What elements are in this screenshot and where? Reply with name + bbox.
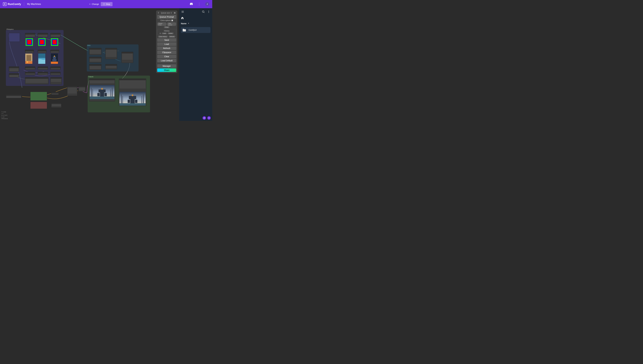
nav-my-machines[interactable]: My Machines <box>27 3 41 6</box>
extra-options-checkbox[interactable] <box>172 20 173 21</box>
change-button[interactable]: ＋ Change <box>89 3 99 6</box>
node-loose-c[interactable] <box>67 86 77 96</box>
svg-rect-27 <box>188 24 189 24</box>
extra-options-label: Extra options <box>160 20 171 22</box>
name-header[interactable]: Name <box>179 21 212 26</box>
drag-handle-icon[interactable]: ⠿ <box>158 12 159 14</box>
node-bng-a[interactable] <box>89 48 102 55</box>
node-ip-d2[interactable] <box>38 72 48 75</box>
share-button[interactable]: Share <box>157 68 176 72</box>
node-canvas[interactable]: IPAdapters BNG Outputs <box>0 8 179 121</box>
load-button[interactable]: Load <box>157 42 176 46</box>
user-avatar[interactable]: J <box>205 2 209 6</box>
node-indicator-1[interactable] <box>9 33 20 42</box>
svg-rect-2 <box>25 61 32 64</box>
svg-rect-7 <box>51 62 58 64</box>
node-prompt-positive[interactable] <box>30 92 47 100</box>
queue-prompt-button[interactable]: Queue Prompt <box>157 15 176 19</box>
node-ip-d1[interactable] <box>25 72 35 75</box>
clipspace-button[interactable]: Clipspace <box>157 50 176 54</box>
history-load-button[interactable]: Load <box>162 32 167 34</box>
node-bng-e[interactable] <box>105 64 117 70</box>
node-ip-a[interactable] <box>9 66 19 72</box>
output-image-2[interactable] <box>120 92 146 106</box>
node-ip-d3[interactable] <box>50 72 60 75</box>
fab-sync-button[interactable] <box>202 116 206 120</box>
svg-point-3 <box>26 61 28 63</box>
mask-square-3[interactable] <box>51 38 58 46</box>
mask-square-1[interactable] <box>26 38 33 46</box>
node-ip-wide-2[interactable] <box>50 77 62 84</box>
node-ip-b[interactable] <box>9 73 19 77</box>
save-button[interactable]: Save <box>157 38 176 42</box>
node-ip-c2[interactable] <box>38 66 48 70</box>
node-loose-b[interactable] <box>51 92 59 95</box>
mask-square-2[interactable] <box>38 38 46 46</box>
search-icon[interactable] <box>202 10 205 14</box>
node-bng-d[interactable] <box>105 48 117 59</box>
node-loadimg-2[interactable] <box>38 33 48 37</box>
node-prompt-negative[interactable] <box>30 102 47 109</box>
node-loose-a[interactable] <box>51 102 62 108</box>
stop-icon: ☐ <box>103 3 105 5</box>
svg-rect-19 <box>143 94 144 103</box>
group-bng-label: BNG <box>87 45 90 46</box>
node-loadimg-1[interactable] <box>25 33 35 37</box>
discord-icon[interactable] <box>190 2 193 6</box>
menu-icon[interactable] <box>181 10 184 14</box>
clear-button[interactable]: Clear <box>157 55 176 58</box>
thumb-robot[interactable] <box>51 54 58 64</box>
thumb-water[interactable] <box>38 54 45 64</box>
node-loose-d[interactable] <box>78 86 86 92</box>
node-bng-b[interactable] <box>89 57 102 63</box>
output-image-1[interactable] <box>90 85 114 99</box>
home-button[interactable] <box>179 15 212 21</box>
svg-rect-10 <box>91 88 92 96</box>
fab-close-button[interactable] <box>207 116 211 120</box>
manager-button[interactable]: Manager <box>157 64 176 68</box>
svg-point-14 <box>101 88 103 90</box>
node-ipimg-2-header[interactable] <box>38 50 46 53</box>
group-outputs-label: Outputs <box>88 76 94 78</box>
svg-rect-1 <box>26 55 31 61</box>
node-loadimg-3[interactable] <box>50 33 60 37</box>
more-icon[interactable] <box>207 10 210 14</box>
node-ip-wide-1[interactable] <box>25 77 48 84</box>
stop-button[interactable]: ☐ Stop <box>101 2 112 6</box>
file-browser-top <box>179 8 212 15</box>
refresh-button[interactable]: Refresh <box>157 46 176 50</box>
top-right: J <box>190 2 209 6</box>
node-ip-c3[interactable] <box>50 66 60 70</box>
top-center-controls: ＋ Change ☐ Stop <box>89 2 112 6</box>
refresh-history-button[interactable]: Refresh <box>168 36 176 38</box>
stop-label: Stop <box>106 3 110 5</box>
load-default-button[interactable]: Load Default <box>157 59 176 62</box>
close-panel-button[interactable]: Close <box>164 26 170 28</box>
node-ipimg-3-header[interactable] <box>50 50 59 53</box>
history-section: History 0: Load Delete <box>157 29 176 35</box>
thumb-building[interactable] <box>25 54 32 64</box>
queue-front-button[interactable]: Queue Front <box>157 22 166 26</box>
clear-history-button[interactable]: Clear History <box>158 36 168 38</box>
node-ip-c1[interactable] <box>25 66 35 70</box>
node-ipimg-1-header[interactable] <box>25 50 34 53</box>
node-loose-left[interactable] <box>6 94 22 98</box>
svg-rect-13 <box>110 90 111 96</box>
node-bng-f[interactable] <box>122 52 133 63</box>
canvas-stats: T: 0.00s I: 0 N: 17 [17] V: 37 FPS:56.82 <box>2 111 8 120</box>
history-index: 0: <box>160 32 161 34</box>
brand-logo[interactable]: R RunComfy <box>3 2 21 6</box>
svg-point-21 <box>132 94 134 96</box>
control-panel[interactable]: ⠿ Queue size: 0 Queue Prompt Extra optio… <box>156 10 177 73</box>
svg-point-23 <box>202 11 204 12</box>
group-ipadapters-label: IPAdapters <box>6 28 14 30</box>
history-delete-button[interactable]: Delete <box>168 32 174 34</box>
logo-mark-icon: R <box>3 2 6 6</box>
fab-row <box>202 116 211 120</box>
gear-icon[interactable] <box>174 12 176 14</box>
plus-icon: ＋ <box>89 3 91 6</box>
top-bar: R RunComfy My Machines ＋ Change ☐ Stop J <box>0 0 212 8</box>
node-bng-c[interactable] <box>89 64 102 70</box>
view-queue-button[interactable]: View Queue <box>167 22 176 26</box>
file-item-comfyui[interactable]: ComfyUI <box>181 27 210 33</box>
